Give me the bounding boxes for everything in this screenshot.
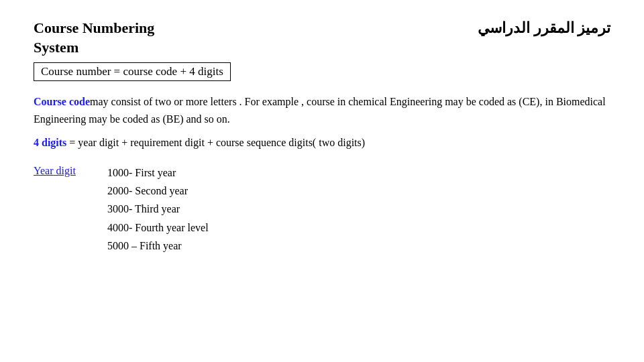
digits-equals: = year digit + requirement digit + cours… bbox=[66, 137, 365, 148]
list-item: 3000- Third year bbox=[107, 200, 209, 218]
list-item: 2000- Second year bbox=[107, 182, 209, 200]
list-item: 5000 – Fifth year bbox=[107, 237, 209, 255]
paragraph-text: may consist of two or more letters . For… bbox=[34, 96, 606, 125]
year-list: 1000- First year2000- Second year3000- T… bbox=[107, 164, 209, 255]
course-code-label: Course code bbox=[34, 96, 90, 107]
digits-line: 4 digits = year digit + requirement digi… bbox=[34, 134, 610, 152]
year-section: Year digit 1000- First year2000- Second … bbox=[34, 164, 610, 255]
list-item: 1000- First year bbox=[107, 164, 209, 182]
body-paragraph: Course codemay consist of two or more le… bbox=[34, 93, 610, 127]
formula-text: Course number = course code + 4 digits bbox=[41, 65, 223, 78]
digits-label: 4 digits bbox=[34, 137, 66, 148]
formula-box: Course number = course code + 4 digits bbox=[34, 62, 231, 81]
title-line2: System bbox=[34, 38, 154, 58]
title-line1: Course Numbering bbox=[34, 19, 154, 38]
list-item: 4000- Fourth year level bbox=[107, 219, 209, 237]
arabic-title: ترميز المقرر الدراسي bbox=[478, 19, 610, 38]
header-row: Course Numbering System ترميز المقرر الد… bbox=[34, 19, 610, 57]
title-block: Course Numbering System bbox=[34, 19, 154, 57]
year-digit-label: Year digit bbox=[34, 164, 107, 177]
page: Course Numbering System ترميز المقرر الد… bbox=[0, 0, 644, 362]
